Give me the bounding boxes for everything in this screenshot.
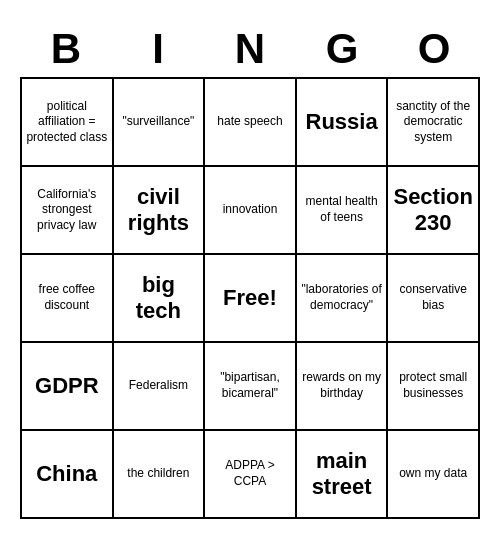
cell-text-16: Federalism (129, 378, 188, 394)
cell-text-15: GDPR (35, 373, 99, 399)
cell-text-11: big tech (118, 272, 200, 325)
bingo-cell-3: Russia (297, 79, 389, 167)
title-letter-b: B (22, 25, 110, 73)
bingo-cell-21: the children (114, 431, 206, 519)
cell-text-13: "laboratories of democracy" (301, 282, 383, 313)
bingo-cell-2: hate speech (205, 79, 297, 167)
bingo-cell-16: Federalism (114, 343, 206, 431)
bingo-cell-20: China (22, 431, 114, 519)
title-letter-g: G (298, 25, 386, 73)
bingo-cell-7: innovation (205, 167, 297, 255)
bingo-cell-9: Section 230 (388, 167, 480, 255)
cell-text-24: own my data (399, 466, 467, 482)
cell-text-20: China (36, 461, 97, 487)
cell-text-3: Russia (306, 109, 378, 135)
bingo-cell-18: rewards on my birthday (297, 343, 389, 431)
bingo-cell-0: political affiliation = protected class (22, 79, 114, 167)
cell-text-17: "bipartisan, bicameral" (209, 370, 291, 401)
cell-text-7: innovation (223, 202, 278, 218)
cell-text-9: Section 230 (392, 184, 474, 237)
bingo-cell-15: GDPR (22, 343, 114, 431)
bingo-cell-4: sanctity of the democratic system (388, 79, 480, 167)
bingo-grid: political affiliation = protected class"… (20, 77, 480, 519)
bingo-cell-10: free coffee discount (22, 255, 114, 343)
title-letter-o: O (390, 25, 478, 73)
cell-text-21: the children (127, 466, 189, 482)
cell-text-23: main street (301, 448, 383, 501)
bingo-cell-12: Free! (205, 255, 297, 343)
cell-text-1: "surveillance" (122, 114, 194, 130)
cell-text-22: ADPPA > CCPA (209, 458, 291, 489)
bingo-cell-6: civil rights (114, 167, 206, 255)
cell-text-12: Free! (223, 284, 277, 313)
cell-text-4: sanctity of the democratic system (392, 99, 474, 146)
bingo-cell-11: big tech (114, 255, 206, 343)
bingo-cell-24: own my data (388, 431, 480, 519)
bingo-title: BINGO (20, 25, 480, 73)
bingo-card: BINGO political affiliation = protected … (10, 15, 490, 529)
cell-text-6: civil rights (118, 184, 200, 237)
bingo-cell-19: protect small businesses (388, 343, 480, 431)
bingo-cell-14: conservative bias (388, 255, 480, 343)
cell-text-8: mental health of teens (301, 194, 383, 225)
bingo-cell-22: ADPPA > CCPA (205, 431, 297, 519)
cell-text-18: rewards on my birthday (301, 370, 383, 401)
bingo-cell-23: main street (297, 431, 389, 519)
cell-text-5: California's strongest privacy law (26, 187, 108, 234)
bingo-cell-13: "laboratories of democracy" (297, 255, 389, 343)
bingo-cell-1: "surveillance" (114, 79, 206, 167)
bingo-cell-17: "bipartisan, bicameral" (205, 343, 297, 431)
cell-text-2: hate speech (217, 114, 282, 130)
cell-text-19: protect small businesses (392, 370, 474, 401)
title-letter-i: I (114, 25, 202, 73)
cell-text-0: political affiliation = protected class (26, 99, 108, 146)
cell-text-10: free coffee discount (26, 282, 108, 313)
title-letter-n: N (206, 25, 294, 73)
cell-text-14: conservative bias (392, 282, 474, 313)
bingo-cell-5: California's strongest privacy law (22, 167, 114, 255)
bingo-cell-8: mental health of teens (297, 167, 389, 255)
